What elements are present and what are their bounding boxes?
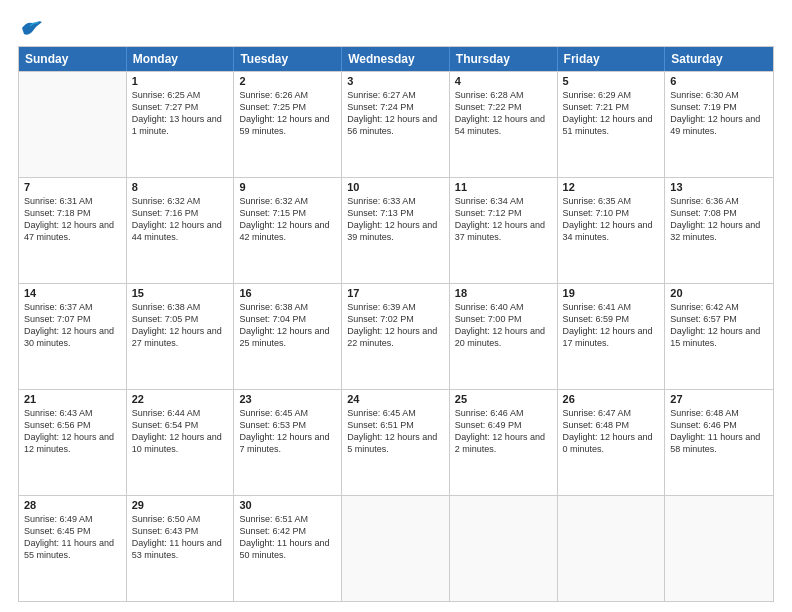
calendar-cell bbox=[665, 496, 773, 601]
calendar-cell: 21Sunrise: 6:43 AM Sunset: 6:56 PM Dayli… bbox=[19, 390, 127, 495]
day-number: 22 bbox=[132, 393, 229, 405]
day-number: 26 bbox=[563, 393, 660, 405]
cell-sun-info: Sunrise: 6:29 AM Sunset: 7:21 PM Dayligh… bbox=[563, 89, 660, 138]
cell-sun-info: Sunrise: 6:33 AM Sunset: 7:13 PM Dayligh… bbox=[347, 195, 444, 244]
day-number: 14 bbox=[24, 287, 121, 299]
calendar-cell: 11Sunrise: 6:34 AM Sunset: 7:12 PM Dayli… bbox=[450, 178, 558, 283]
cell-sun-info: Sunrise: 6:28 AM Sunset: 7:22 PM Dayligh… bbox=[455, 89, 552, 138]
calendar-cell: 13Sunrise: 6:36 AM Sunset: 7:08 PM Dayli… bbox=[665, 178, 773, 283]
calendar-cell: 14Sunrise: 6:37 AM Sunset: 7:07 PM Dayli… bbox=[19, 284, 127, 389]
logo-bird-icon bbox=[20, 18, 42, 36]
day-number: 16 bbox=[239, 287, 336, 299]
cell-sun-info: Sunrise: 6:37 AM Sunset: 7:07 PM Dayligh… bbox=[24, 301, 121, 350]
calendar-cell: 20Sunrise: 6:42 AM Sunset: 6:57 PM Dayli… bbox=[665, 284, 773, 389]
calendar-cell: 3Sunrise: 6:27 AM Sunset: 7:24 PM Daylig… bbox=[342, 72, 450, 177]
calendar-cell: 29Sunrise: 6:50 AM Sunset: 6:43 PM Dayli… bbox=[127, 496, 235, 601]
calendar-cell: 8Sunrise: 6:32 AM Sunset: 7:16 PM Daylig… bbox=[127, 178, 235, 283]
calendar-cell: 18Sunrise: 6:40 AM Sunset: 7:00 PM Dayli… bbox=[450, 284, 558, 389]
logo-text bbox=[18, 18, 42, 36]
calendar-cell: 17Sunrise: 6:39 AM Sunset: 7:02 PM Dayli… bbox=[342, 284, 450, 389]
day-number: 12 bbox=[563, 181, 660, 193]
calendar-cell: 28Sunrise: 6:49 AM Sunset: 6:45 PM Dayli… bbox=[19, 496, 127, 601]
day-number: 18 bbox=[455, 287, 552, 299]
day-number: 15 bbox=[132, 287, 229, 299]
calendar-cell: 5Sunrise: 6:29 AM Sunset: 7:21 PM Daylig… bbox=[558, 72, 666, 177]
day-number: 3 bbox=[347, 75, 444, 87]
calendar-week-row: 1Sunrise: 6:25 AM Sunset: 7:27 PM Daylig… bbox=[19, 71, 773, 177]
day-number: 19 bbox=[563, 287, 660, 299]
calendar-cell bbox=[19, 72, 127, 177]
header bbox=[18, 18, 774, 36]
day-number: 30 bbox=[239, 499, 336, 511]
cell-sun-info: Sunrise: 6:35 AM Sunset: 7:10 PM Dayligh… bbox=[563, 195, 660, 244]
day-number: 25 bbox=[455, 393, 552, 405]
calendar-cell bbox=[558, 496, 666, 601]
cell-sun-info: Sunrise: 6:30 AM Sunset: 7:19 PM Dayligh… bbox=[670, 89, 768, 138]
calendar-cell: 25Sunrise: 6:46 AM Sunset: 6:49 PM Dayli… bbox=[450, 390, 558, 495]
calendar-cell: 6Sunrise: 6:30 AM Sunset: 7:19 PM Daylig… bbox=[665, 72, 773, 177]
cell-sun-info: Sunrise: 6:49 AM Sunset: 6:45 PM Dayligh… bbox=[24, 513, 121, 562]
calendar-cell: 16Sunrise: 6:38 AM Sunset: 7:04 PM Dayli… bbox=[234, 284, 342, 389]
calendar-cell: 1Sunrise: 6:25 AM Sunset: 7:27 PM Daylig… bbox=[127, 72, 235, 177]
cell-sun-info: Sunrise: 6:51 AM Sunset: 6:42 PM Dayligh… bbox=[239, 513, 336, 562]
day-number: 29 bbox=[132, 499, 229, 511]
day-number: 8 bbox=[132, 181, 229, 193]
calendar-header-cell: Monday bbox=[127, 47, 235, 71]
calendar-header-cell: Wednesday bbox=[342, 47, 450, 71]
day-number: 27 bbox=[670, 393, 768, 405]
calendar-cell: 15Sunrise: 6:38 AM Sunset: 7:05 PM Dayli… bbox=[127, 284, 235, 389]
cell-sun-info: Sunrise: 6:38 AM Sunset: 7:05 PM Dayligh… bbox=[132, 301, 229, 350]
day-number: 17 bbox=[347, 287, 444, 299]
cell-sun-info: Sunrise: 6:32 AM Sunset: 7:16 PM Dayligh… bbox=[132, 195, 229, 244]
day-number: 23 bbox=[239, 393, 336, 405]
cell-sun-info: Sunrise: 6:45 AM Sunset: 6:53 PM Dayligh… bbox=[239, 407, 336, 456]
day-number: 7 bbox=[24, 181, 121, 193]
day-number: 10 bbox=[347, 181, 444, 193]
calendar-cell: 10Sunrise: 6:33 AM Sunset: 7:13 PM Dayli… bbox=[342, 178, 450, 283]
cell-sun-info: Sunrise: 6:36 AM Sunset: 7:08 PM Dayligh… bbox=[670, 195, 768, 244]
cell-sun-info: Sunrise: 6:25 AM Sunset: 7:27 PM Dayligh… bbox=[132, 89, 229, 138]
calendar: SundayMondayTuesdayWednesdayThursdayFrid… bbox=[18, 46, 774, 602]
cell-sun-info: Sunrise: 6:39 AM Sunset: 7:02 PM Dayligh… bbox=[347, 301, 444, 350]
calendar-cell: 24Sunrise: 6:45 AM Sunset: 6:51 PM Dayli… bbox=[342, 390, 450, 495]
calendar-cell bbox=[450, 496, 558, 601]
calendar-week-row: 21Sunrise: 6:43 AM Sunset: 6:56 PM Dayli… bbox=[19, 389, 773, 495]
day-number: 6 bbox=[670, 75, 768, 87]
cell-sun-info: Sunrise: 6:26 AM Sunset: 7:25 PM Dayligh… bbox=[239, 89, 336, 138]
calendar-header-cell: Tuesday bbox=[234, 47, 342, 71]
day-number: 9 bbox=[239, 181, 336, 193]
calendar-cell: 27Sunrise: 6:48 AM Sunset: 6:46 PM Dayli… bbox=[665, 390, 773, 495]
cell-sun-info: Sunrise: 6:48 AM Sunset: 6:46 PM Dayligh… bbox=[670, 407, 768, 456]
calendar-week-row: 14Sunrise: 6:37 AM Sunset: 7:07 PM Dayli… bbox=[19, 283, 773, 389]
calendar-cell: 30Sunrise: 6:51 AM Sunset: 6:42 PM Dayli… bbox=[234, 496, 342, 601]
calendar-cell: 4Sunrise: 6:28 AM Sunset: 7:22 PM Daylig… bbox=[450, 72, 558, 177]
calendar-week-row: 28Sunrise: 6:49 AM Sunset: 6:45 PM Dayli… bbox=[19, 495, 773, 601]
page: SundayMondayTuesdayWednesdayThursdayFrid… bbox=[0, 0, 792, 612]
day-number: 24 bbox=[347, 393, 444, 405]
cell-sun-info: Sunrise: 6:44 AM Sunset: 6:54 PM Dayligh… bbox=[132, 407, 229, 456]
cell-sun-info: Sunrise: 6:32 AM Sunset: 7:15 PM Dayligh… bbox=[239, 195, 336, 244]
cell-sun-info: Sunrise: 6:47 AM Sunset: 6:48 PM Dayligh… bbox=[563, 407, 660, 456]
calendar-header-cell: Saturday bbox=[665, 47, 773, 71]
calendar-cell: 19Sunrise: 6:41 AM Sunset: 6:59 PM Dayli… bbox=[558, 284, 666, 389]
calendar-cell: 22Sunrise: 6:44 AM Sunset: 6:54 PM Dayli… bbox=[127, 390, 235, 495]
cell-sun-info: Sunrise: 6:43 AM Sunset: 6:56 PM Dayligh… bbox=[24, 407, 121, 456]
calendar-cell: 7Sunrise: 6:31 AM Sunset: 7:18 PM Daylig… bbox=[19, 178, 127, 283]
calendar-header-row: SundayMondayTuesdayWednesdayThursdayFrid… bbox=[19, 47, 773, 71]
calendar-header-cell: Sunday bbox=[19, 47, 127, 71]
calendar-cell: 9Sunrise: 6:32 AM Sunset: 7:15 PM Daylig… bbox=[234, 178, 342, 283]
calendar-header-cell: Thursday bbox=[450, 47, 558, 71]
day-number: 1 bbox=[132, 75, 229, 87]
cell-sun-info: Sunrise: 6:31 AM Sunset: 7:18 PM Dayligh… bbox=[24, 195, 121, 244]
calendar-cell: 23Sunrise: 6:45 AM Sunset: 6:53 PM Dayli… bbox=[234, 390, 342, 495]
cell-sun-info: Sunrise: 6:41 AM Sunset: 6:59 PM Dayligh… bbox=[563, 301, 660, 350]
cell-sun-info: Sunrise: 6:38 AM Sunset: 7:04 PM Dayligh… bbox=[239, 301, 336, 350]
cell-sun-info: Sunrise: 6:50 AM Sunset: 6:43 PM Dayligh… bbox=[132, 513, 229, 562]
day-number: 11 bbox=[455, 181, 552, 193]
day-number: 5 bbox=[563, 75, 660, 87]
calendar-cell: 2Sunrise: 6:26 AM Sunset: 7:25 PM Daylig… bbox=[234, 72, 342, 177]
cell-sun-info: Sunrise: 6:34 AM Sunset: 7:12 PM Dayligh… bbox=[455, 195, 552, 244]
day-number: 4 bbox=[455, 75, 552, 87]
cell-sun-info: Sunrise: 6:42 AM Sunset: 6:57 PM Dayligh… bbox=[670, 301, 768, 350]
day-number: 20 bbox=[670, 287, 768, 299]
